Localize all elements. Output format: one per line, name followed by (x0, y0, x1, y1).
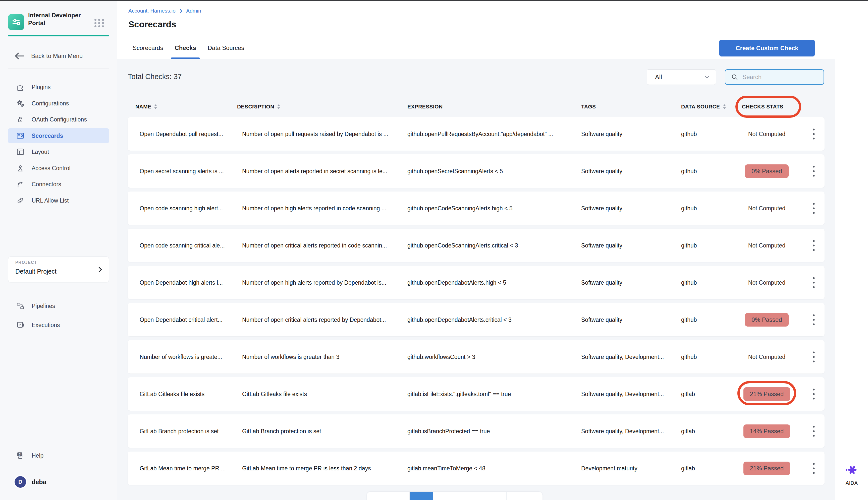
sidebar-item-help[interactable]: ? Help (8, 448, 109, 463)
check-data-source: github (681, 353, 729, 360)
row-menu-button[interactable] (809, 350, 819, 364)
column-header-data-source[interactable]: DATA SOURCE (681, 103, 726, 111)
row-menu-button[interactable] (809, 424, 819, 438)
gears-icon (16, 99, 25, 108)
pagination-page-button[interactable] (457, 492, 482, 500)
row-menu-button[interactable] (809, 387, 819, 401)
tab-scorecards[interactable]: Scorecards (129, 37, 167, 59)
sidebar-item-label: Executions (32, 322, 60, 329)
sidebar-item-configurations[interactable]: Configurations (8, 96, 109, 111)
check-description: Number of open critical alerts reported … (242, 242, 405, 249)
check-description: Number of open alerts reported in secret… (242, 168, 405, 174)
table-row[interactable]: Open Dependabot critical alert... Number… (127, 303, 825, 336)
table-row[interactable]: Open secret scanning alerts is ... Numbe… (127, 155, 825, 188)
sidebar-item-label: Pipelines (32, 303, 55, 309)
sort-icon[interactable] (723, 103, 726, 110)
sidebar-item-access-control[interactable]: Access Control (8, 161, 109, 176)
pagination-next-button[interactable] (507, 492, 543, 500)
checks-table-body: Open Dependabot pull request... Number o… (127, 117, 825, 489)
kebab-menu-icon (812, 164, 815, 178)
check-tags: Software quality (581, 130, 680, 137)
app-grid-icon[interactable] (93, 17, 105, 29)
check-data-source: github (681, 316, 729, 323)
sidebar-item-scorecards[interactable]: Scorecards (8, 128, 109, 143)
sidebar-item-url-allow-list[interactable]: URL Allow List (8, 193, 109, 208)
user-name: deba (32, 478, 46, 486)
sidebar-divider (8, 442, 109, 442)
check-name: Open Dependabot pull request... (140, 130, 241, 137)
check-tags: Software quality (581, 279, 680, 286)
table-row[interactable]: GitLab Gitleaks file exists GitLab Gitle… (127, 377, 825, 411)
table-row[interactable]: Open code scanning high alert... Number … (127, 192, 825, 225)
row-menu-button[interactable] (809, 461, 819, 475)
project-name: Default Project (15, 268, 56, 275)
aida-assistant-button[interactable]: AIDA (835, 463, 868, 486)
sidebar-item-layout[interactable]: Layout (8, 144, 109, 159)
check-name: Open Dependabot critical alert... (140, 316, 241, 323)
sidebar-item-label: Scorecards (32, 133, 63, 139)
table-row[interactable]: Number of workflows is greate... Number … (127, 340, 825, 374)
sidebar-item-oauth-configurations[interactable]: OAuth Configurations (8, 112, 109, 127)
check-expression: github.openSecretScanningAlerts < 5 (408, 168, 579, 174)
breadcrumb-chevron-icon: ❯ (179, 8, 182, 13)
check-data-source: github (681, 279, 729, 286)
create-custom-check-button[interactable]: Create Custom Check (719, 39, 815, 56)
chain-link-icon (16, 196, 25, 205)
check-data-source: github (681, 205, 729, 212)
sidebar-item-label: Configurations (32, 100, 69, 107)
sidebar-item-pipelines[interactable]: Pipelines (8, 298, 109, 314)
sliders-logo-icon (11, 17, 21, 27)
sort-icon[interactable] (277, 103, 280, 110)
row-menu-button[interactable] (809, 201, 819, 215)
sidebar: Internal Developer Portal Back to Main M… (0, 1, 117, 500)
breadcrumb-account-link[interactable]: Account: Harness.io (128, 8, 176, 14)
row-menu-button[interactable] (809, 127, 819, 141)
check-tags: Software quality (581, 316, 680, 323)
pagination-prev-button[interactable] (367, 492, 409, 500)
column-header-description[interactable]: DESCRIPTION (237, 103, 280, 111)
user-menu[interactable]: D deba (8, 474, 109, 490)
breadcrumb: Account: Harness.io ❯ Admin (128, 8, 201, 14)
filter-selected-value: All (655, 73, 704, 81)
check-expression: github.openDependabotAlerts.critical < 3 (408, 316, 579, 323)
tab-bar: Scorecards Checks Data Sources (129, 37, 252, 59)
row-menu-button[interactable] (809, 313, 819, 327)
check-stats: 21% Passed (730, 387, 803, 401)
sort-icon[interactable] (154, 103, 157, 110)
row-menu-button[interactable] (809, 164, 819, 178)
row-menu-button[interactable] (809, 276, 819, 289)
puzzle-icon (16, 82, 25, 92)
table-row[interactable]: Open code scanning critical ale... Numbe… (127, 229, 825, 262)
check-description: Number of workflows is greater than 3 (242, 353, 405, 360)
sidebar-item-executions[interactable]: Executions (8, 318, 109, 332)
tab-data-sources[interactable]: Data Sources (204, 37, 248, 59)
pagination-page-button[interactable] (482, 492, 507, 500)
pagination-page-button[interactable] (433, 492, 457, 500)
scorecard-icon (16, 131, 25, 140)
branch-arrows-icon (16, 180, 25, 189)
sidebar-item-connectors[interactable]: Connectors (8, 177, 109, 192)
check-expression: gitlab.isFileExists.".gitleaks.toml" == … (408, 390, 579, 397)
project-selector[interactable]: PROJECT Default Project (8, 257, 109, 282)
check-name: Number of workflows is greate... (140, 353, 241, 360)
sidebar-item-plugins[interactable]: Plugins (8, 80, 109, 95)
table-row[interactable]: GitLab Branch protection is set GitLab B… (127, 414, 825, 448)
table-row[interactable]: Open Dependabot high alerts i... Number … (127, 266, 825, 299)
breadcrumb-admin-link[interactable]: Admin (186, 8, 201, 14)
search-icon (731, 73, 738, 81)
check-tags: Software quality, Development... (581, 390, 680, 397)
row-menu-button[interactable] (809, 238, 819, 252)
check-description: GitLab Gitleaks file exists (242, 390, 405, 397)
check-tags: Software quality (581, 168, 680, 174)
check-expression: gitlab.meanTimeToMerge < 48 (408, 465, 579, 471)
search-input[interactable] (742, 73, 815, 81)
data-source-filter-select[interactable]: All (647, 69, 716, 85)
back-to-main-menu[interactable]: Back to Main Menu (8, 48, 109, 64)
kebab-menu-icon (812, 425, 815, 438)
table-row[interactable]: Open Dependabot pull request... Number o… (127, 117, 825, 151)
kebab-menu-icon (812, 350, 815, 363)
column-header-name[interactable]: NAME (135, 103, 157, 111)
pagination-page-active[interactable] (409, 492, 433, 500)
table-row[interactable]: GitLab Mean time to merge PR ... GitLab … (127, 452, 825, 485)
tab-checks[interactable]: Checks (171, 37, 199, 59)
